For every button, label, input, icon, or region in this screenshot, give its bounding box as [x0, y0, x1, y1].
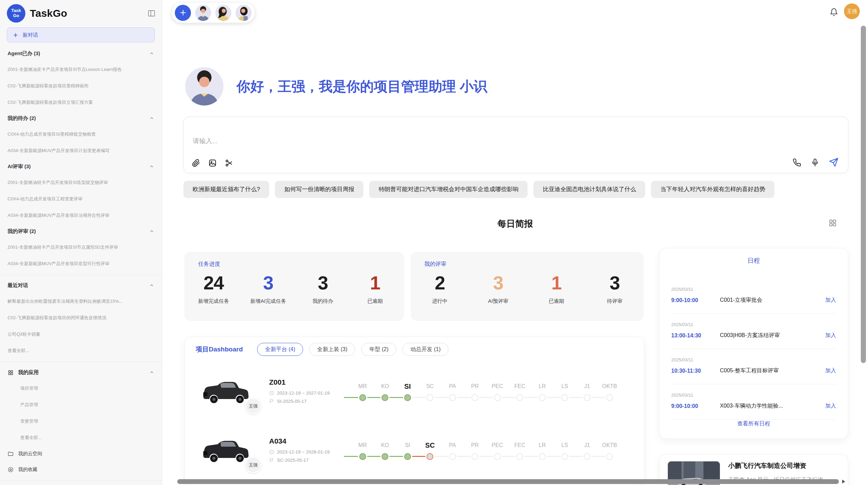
- vertical-scrollbar[interactable]: [861, 26, 866, 363]
- date-range: 2023-12-19 ~ 2026-01-19: [277, 449, 330, 455]
- list-item[interactable]: Z001-全新燃油轻卡产品开发项目SI造型提交物评审: [0, 174, 162, 191]
- view-all-chats[interactable]: 查看全部...: [0, 343, 162, 359]
- clock-icon: [269, 449, 274, 455]
- section-ai-review[interactable]: AI评审 (3): [0, 159, 162, 174]
- scissors-icon[interactable]: [225, 159, 233, 167]
- suggestion-chip[interactable]: 特朗普可能对进口汽车增税会对中国车企造成哪些影响: [369, 181, 528, 198]
- sidebar-item-project-mgmt[interactable]: 项目管理: [0, 380, 162, 397]
- section-recent-chats[interactable]: 最近对话: [0, 278, 162, 293]
- stat-pending-review: 3 待评审: [599, 273, 630, 304]
- join-link[interactable]: 加入: [825, 367, 836, 374]
- chevron-up-icon: [149, 229, 154, 234]
- section-agent-done[interactable]: Agent已办 (3): [0, 46, 162, 61]
- assistant-avatar-1[interactable]: [195, 5, 211, 21]
- quick-chat-bar: [171, 2, 255, 23]
- milestone: SC: [419, 381, 442, 401]
- suggestion-chip[interactable]: 当下年轻人对汽车外观有怎样的喜好趋势: [651, 181, 774, 198]
- view-all-apps[interactable]: 查看全部...: [0, 430, 162, 446]
- stat-value: 1: [541, 273, 572, 293]
- schedule-time: 10:30-11:30: [671, 368, 715, 374]
- paperclip-icon[interactable]: [192, 159, 200, 167]
- list-item[interactable]: C02-飞腾新能源轻客改款项目立项汇报方案: [0, 94, 162, 111]
- chat-input[interactable]: 请输入...: [183, 116, 848, 173]
- greeting-text: 你好，王强，我是你的项目管理助理 小识: [237, 77, 487, 96]
- sidebar-item-my-apps[interactable]: 我的应用: [0, 365, 162, 380]
- project-owner-badge: 王强: [245, 398, 262, 414]
- sidebar-item-cloud-space[interactable]: 我的云空间: [0, 446, 162, 462]
- scroll-right-arrow-icon[interactable]: [840, 478, 847, 485]
- sidebar-item-product-mgmt[interactable]: 产品管理: [0, 397, 162, 413]
- filter-new-body[interactable]: 全新上装 (3): [309, 343, 355, 356]
- list-item[interactable]: Z001-全新燃油轻卡产品开发项目SI节点属性5D文件评审: [0, 239, 162, 256]
- plus-icon: [13, 32, 19, 38]
- assistant-avatar-large: [185, 67, 224, 105]
- milestone: MR: [351, 439, 374, 460]
- list-item[interactable]: C02-飞腾新能源轻客改款项目里程碑画布: [0, 78, 162, 94]
- image-icon[interactable]: [208, 159, 217, 167]
- milestone: LR: [531, 439, 554, 460]
- list-item[interactable]: A034-全新新能源MUV产品开发项目计划变更表编写: [0, 142, 162, 159]
- briefing-title: 每日简报: [162, 218, 868, 230]
- horizontal-scrollbar[interactable]: [177, 479, 839, 484]
- sidebar-item-change-mgmt[interactable]: 变更管理: [0, 413, 162, 430]
- view-all-schedule-link[interactable]: 查看所有日程: [671, 420, 836, 427]
- assistant-avatar-3[interactable]: [236, 5, 252, 21]
- suggestion-chip[interactable]: 如何写一份清晰的项目周报: [275, 181, 363, 198]
- stat-in-progress: 2 进行中: [424, 273, 455, 304]
- schedule-item: 2025/03/11 9:00-10:00 C001-立项审批会 加入: [671, 278, 836, 314]
- layout-grid-icon[interactable]: [828, 219, 837, 227]
- list-item[interactable]: 公司Q3轻卡销量: [0, 326, 162, 343]
- suggestion-chip[interactable]: 比亚迪全固态电池计划具体说了什么: [533, 181, 645, 198]
- join-link[interactable]: 加入: [825, 402, 836, 410]
- send-icon[interactable]: [829, 158, 839, 167]
- list-item[interactable]: A034-全新新能源MUV产品开发项目造型可行性评审: [0, 256, 162, 272]
- project-flag: SC-2025-05-17: [269, 458, 347, 463]
- collapse-sidebar-icon[interactable]: [147, 9, 156, 17]
- schedule-date: 2025/03/11: [671, 357, 836, 362]
- stat-new-ai-done: 3 新增AI完成任务: [250, 273, 286, 304]
- project-dates: 2023-12-19 ~ 2027-01-19: [269, 390, 347, 396]
- list-item[interactable]: A034-全新新能源MUV产品开发项目法规符合性评审: [0, 207, 162, 224]
- project-row[interactable]: 王强 Z001 2023-12-19 ~ 2027-01-19 SI-2025-…: [196, 366, 633, 416]
- milestone: KO: [374, 439, 397, 460]
- milestone: LS: [554, 439, 576, 460]
- list-item[interactable]: Z001-全新燃油皮卡产品开发项目SI节点Lesson Learn报告: [0, 61, 162, 78]
- new-session-button[interactable]: [175, 5, 191, 21]
- list-item[interactable]: 解释最新出台的欧盟报废车法规再生塑料比例被调至15%...: [0, 293, 162, 310]
- suggestion-chip[interactable]: 欧洲新规最近颁布了什么?: [183, 181, 269, 198]
- list-item[interactable]: C0X4-动力总成开发项目SI里程碑提交物检查: [0, 126, 162, 142]
- stat-label: 已逾期: [541, 298, 572, 304]
- microphone-icon[interactable]: [811, 158, 819, 167]
- list-item[interactable]: C02-飞腾新能源轻客改款项目的闭环通告反馈情况: [0, 310, 162, 326]
- assistant-avatar-2[interactable]: [215, 5, 231, 21]
- user-avatar[interactable]: 王强: [844, 3, 860, 19]
- stat-label: 进行中: [424, 298, 455, 304]
- star-badge-icon: [8, 467, 14, 473]
- project-row[interactable]: 王强 A034 2023-12-19 ~ 2026-01-19 SC-2025-…: [196, 425, 633, 475]
- stat-value: 3: [250, 273, 286, 293]
- milestone: MR: [351, 381, 374, 401]
- schedule-meeting-title: C005-整车工程目标评审: [720, 367, 825, 374]
- list-item[interactable]: C0X4-动力总成开发项目工程变更评审: [0, 191, 162, 207]
- plus-icon: [179, 9, 187, 17]
- join-link[interactable]: 加入: [825, 297, 836, 304]
- section-my-todo[interactable]: 我的待办 (2): [0, 111, 162, 126]
- sidebar-item-ai-super-staff[interactable]: AI超级员工: [0, 483, 162, 485]
- section-my-review[interactable]: 我的评审 (2): [0, 224, 162, 239]
- app-title: TaskGo: [30, 8, 67, 19]
- new-chat-button[interactable]: 新对话: [7, 27, 155, 42]
- phone-icon[interactable]: [793, 158, 801, 167]
- project-car-image: 王强: [200, 432, 251, 468]
- stat-label: 已逾期: [360, 298, 390, 304]
- notification-bell-icon[interactable]: [830, 8, 838, 16]
- sidebar-item-favorites[interactable]: 我的收藏: [0, 462, 162, 477]
- milestone: PA: [441, 381, 464, 401]
- schedule-time: 9:00-10:00: [671, 297, 715, 303]
- news-title: 小鹏飞行汽车制造公司增资: [728, 461, 828, 470]
- filter-all-new-platform[interactable]: 全新平台 (4): [257, 343, 303, 356]
- filter-model-year[interactable]: 年型 (2): [361, 343, 396, 356]
- milestone: PEC: [486, 439, 509, 460]
- milestone: J1: [576, 381, 599, 401]
- filter-powertrain[interactable]: 动总开发 (1): [402, 343, 448, 356]
- join-link[interactable]: 加入: [825, 332, 836, 339]
